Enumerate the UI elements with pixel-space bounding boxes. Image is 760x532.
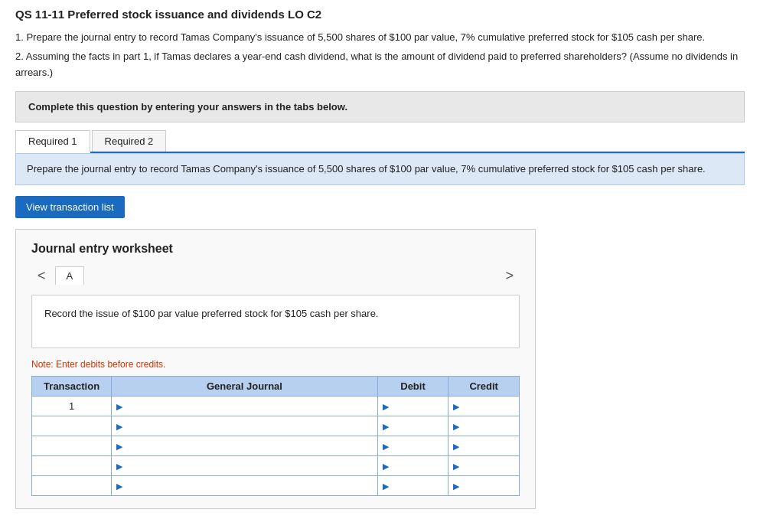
nav-left-arrow[interactable]: <	[31, 266, 52, 286]
tab-content-text: Prepare the journal entry to record Tama…	[27, 163, 706, 175]
note-text: Note: Enter debits before credits.	[31, 359, 520, 370]
cell-general-journal-1[interactable]: ▶	[112, 416, 377, 436]
table-row: ▶▶▶	[32, 475, 520, 495]
col-header-transaction: Transaction	[32, 376, 112, 396]
instruction-part1: 1. Prepare the journal entry to record T…	[15, 30, 745, 46]
debit-arrow-icon-2: ▶	[383, 442, 389, 451]
credit-arrow-icon-0: ▶	[453, 402, 459, 411]
record-box: Record the issue of $100 par value prefe…	[31, 295, 520, 348]
credit-arrow-icon-4: ▶	[453, 481, 459, 491]
tabs-bar: Required 1 Required 2	[15, 130, 745, 153]
credit-arrow-icon-2: ▶	[453, 442, 459, 451]
cell-transaction-3	[32, 455, 112, 475]
entry-arrow-icon-4: ▶	[116, 481, 122, 491]
cell-debit-4[interactable]: ▶	[377, 475, 448, 495]
cell-transaction-4	[32, 475, 112, 495]
cell-transaction-1	[32, 416, 112, 436]
entry-arrow-icon-3: ▶	[116, 462, 122, 471]
col-header-debit: Debit	[377, 376, 448, 396]
cell-debit-1[interactable]: ▶	[377, 416, 448, 436]
debit-arrow-icon-3: ▶	[383, 462, 389, 471]
table-row: ▶▶▶	[32, 436, 520, 455]
credit-arrow-icon-3: ▶	[453, 462, 459, 471]
tab-required-1[interactable]: Required 1	[15, 130, 90, 153]
cell-credit-3[interactable]: ▶	[448, 455, 520, 475]
col-header-credit: Credit	[448, 376, 520, 396]
journal-entry-worksheet: Journal entry worksheet < A > Record the…	[15, 229, 536, 509]
cell-general-journal-4[interactable]: ▶	[112, 475, 377, 495]
instructions: 1. Prepare the journal entry to record T…	[15, 30, 745, 80]
journal-table: Transaction General Journal Debit Credit…	[31, 376, 520, 496]
credit-arrow-icon-1: ▶	[453, 422, 459, 431]
cell-credit-0[interactable]: ▶	[448, 396, 520, 416]
cell-general-journal-0[interactable]: ▶	[112, 396, 377, 416]
tab-required-2[interactable]: Required 2	[92, 130, 167, 152]
tab-content: Prepare the journal entry to record Tama…	[15, 153, 745, 185]
nav-right-arrow[interactable]: >	[499, 266, 520, 286]
entry-arrow-icon-2: ▶	[116, 442, 122, 451]
table-row: 1▶▶▶	[32, 396, 520, 416]
cell-credit-1[interactable]: ▶	[448, 416, 520, 436]
instruction-part2: 2. Assuming the facts in part 1, if Tama…	[15, 49, 745, 81]
view-transaction-button[interactable]: View transaction list	[15, 196, 125, 218]
cell-credit-4[interactable]: ▶	[448, 475, 520, 495]
record-text: Record the issue of $100 par value prefe…	[44, 308, 378, 319]
entry-arrow-icon-0: ▶	[116, 402, 122, 411]
worksheet-nav: < A >	[31, 266, 520, 286]
cell-transaction-0: 1	[32, 396, 112, 416]
cell-debit-0[interactable]: ▶	[377, 396, 448, 416]
worksheet-tab-a[interactable]: A	[55, 266, 85, 285]
cell-debit-3[interactable]: ▶	[377, 455, 448, 475]
col-header-general-journal: General Journal	[112, 376, 377, 396]
cell-general-journal-2[interactable]: ▶	[112, 436, 377, 455]
debit-arrow-icon-1: ▶	[383, 422, 389, 431]
cell-debit-2[interactable]: ▶	[377, 436, 448, 455]
complete-box-text: Complete this question by entering your …	[28, 101, 347, 113]
worksheet-title: Journal entry worksheet	[31, 242, 520, 256]
cell-credit-2[interactable]: ▶	[448, 436, 520, 455]
table-row: ▶▶▶	[32, 416, 520, 436]
debit-arrow-icon-0: ▶	[383, 402, 389, 411]
entry-arrow-icon-1: ▶	[116, 422, 122, 431]
table-row: ▶▶▶	[32, 455, 520, 475]
page-title: QS 11-11 Preferred stock issuance and di…	[15, 8, 745, 21]
cell-transaction-2	[32, 436, 112, 455]
cell-general-journal-3[interactable]: ▶	[112, 455, 377, 475]
complete-box: Complete this question by entering your …	[15, 91, 745, 122]
debit-arrow-icon-4: ▶	[383, 481, 389, 491]
